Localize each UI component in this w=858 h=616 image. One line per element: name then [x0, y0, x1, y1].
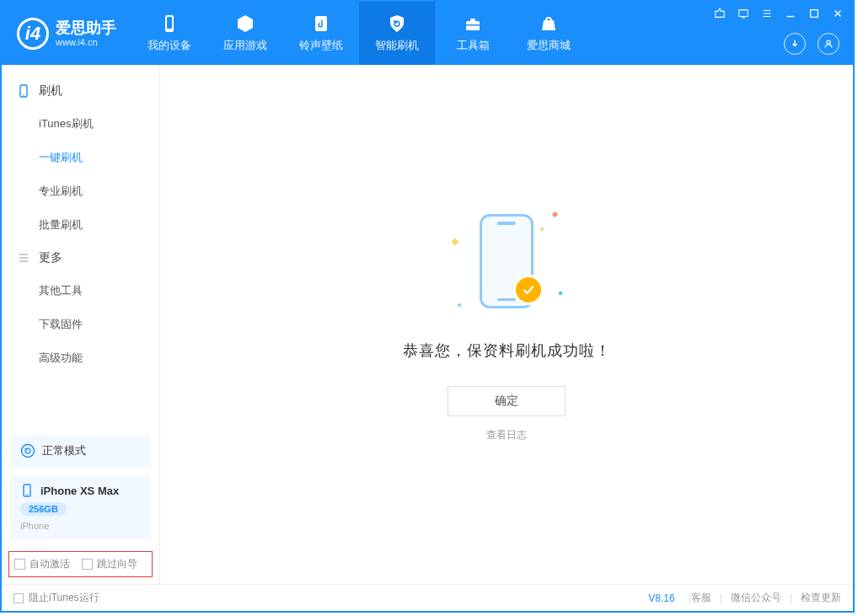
footer-links: 客服 | 微信公众号 | 检查更新: [691, 591, 841, 605]
checkbox-icon: [13, 593, 24, 603]
checkbox-label: 阻止iTunes运行: [29, 591, 99, 605]
app-name: 爱思助手: [56, 19, 116, 37]
checkbox-label: 自动激活: [29, 557, 70, 571]
mode-label: 正常模式: [42, 443, 86, 458]
tab-label: 铃声壁纸: [299, 38, 343, 53]
titlebar-buttons: [713, 7, 845, 20]
music-file-icon: [311, 13, 331, 34]
dot-icon: [458, 303, 461, 307]
svg-point-10: [23, 94, 24, 96]
svg-point-13: [26, 494, 28, 495]
group-label: 更多: [39, 250, 62, 265]
header-right-buttons: [784, 33, 839, 55]
footer-link-support[interactable]: 客服: [691, 591, 711, 605]
svg-point-8: [827, 40, 830, 44]
tab-toolbox[interactable]: 工具箱: [435, 2, 511, 65]
tab-my-device[interactable]: 我的设备: [131, 2, 207, 65]
sidebar-item-one-click-flash[interactable]: 一键刷机: [2, 141, 159, 174]
tab-store[interactable]: 爱思商城: [511, 2, 587, 65]
close-button[interactable]: [831, 7, 845, 20]
sidebar-item-download-firmware[interactable]: 下载固件: [2, 308, 159, 341]
svg-rect-1: [167, 17, 172, 29]
options-highlight-box: 自动激活 跳过向导: [8, 551, 153, 577]
download-button[interactable]: [784, 33, 806, 55]
shield-refresh-icon: [387, 13, 407, 34]
tab-label: 智能刷机: [375, 38, 419, 53]
ok-button[interactable]: 确定: [448, 386, 566, 416]
main-tabs: 我的设备 应用游戏 铃声壁纸 智能刷机 工具箱 爱思商城: [131, 2, 587, 65]
tab-smart-flash[interactable]: 智能刷机: [359, 2, 435, 65]
svg-point-11: [22, 445, 35, 458]
phone-icon: [17, 84, 30, 98]
mobile-icon: [20, 484, 34, 497]
device-icon: [159, 13, 180, 34]
sidebar-group-flash[interactable]: 刷机: [2, 75, 159, 107]
svg-rect-5: [466, 24, 480, 26]
checkbox-label: 跳过向导: [97, 557, 137, 571]
checkbox-auto-activate[interactable]: 自动激活: [14, 557, 70, 571]
dot-icon: [540, 228, 544, 231]
sidebar-scroll: 刷机 iTunes刷机 一键刷机 专业刷机 批量刷机 更多 其他工具 下载固件 …: [2, 65, 159, 426]
app-window: i4 爱思助手 www.i4.cn 我的设备 应用游戏 铃声壁纸 智能刷机: [0, 0, 855, 613]
minimize-button[interactable]: [784, 7, 797, 20]
svg-rect-7: [811, 10, 818, 18]
success-illustration: [448, 207, 566, 325]
footer-link-wechat[interactable]: 微信公众号: [731, 591, 781, 605]
account-button[interactable]: [818, 33, 839, 55]
tab-label: 我的设备: [147, 38, 191, 53]
sidebar-item-other-tools[interactable]: 其他工具: [2, 274, 159, 308]
theme-icon[interactable]: [713, 7, 727, 20]
checkbox-skip-guide[interactable]: 跳过向导: [82, 557, 137, 571]
group-label: 刷机: [39, 83, 62, 99]
header: i4 爱思助手 www.i4.cn 我的设备 应用游戏 铃声壁纸 智能刷机: [2, 2, 853, 65]
app-url: www.i4.cn: [56, 37, 116, 47]
version-label: V8.16: [648, 592, 674, 604]
menu-icon[interactable]: [760, 7, 774, 20]
tab-ringtone-wallpaper[interactable]: 铃声壁纸: [283, 2, 359, 65]
device-name: iPhone XS Max: [40, 485, 119, 497]
sidebar-item-batch-flash[interactable]: 批量刷机: [2, 208, 159, 242]
tab-label: 应用游戏: [223, 38, 267, 53]
spark-icon: [552, 211, 558, 217]
logo: i4 爱思助手 www.i4.cn: [2, 2, 131, 65]
svg-rect-4: [470, 19, 475, 21]
svg-rect-6: [739, 10, 748, 17]
bag-icon: [539, 13, 559, 34]
sidebar: 刷机 iTunes刷机 一键刷机 专业刷机 批量刷机 更多 其他工具 下载固件 …: [2, 65, 160, 584]
footer: 阻止iTunes运行 V8.16 | 客服 | 微信公众号 | 检查更新: [2, 584, 853, 611]
maximize-button[interactable]: [807, 7, 821, 20]
logo-icon: i4: [17, 18, 49, 50]
view-log-link[interactable]: 查看日志: [486, 428, 527, 442]
sidebar-item-advanced[interactable]: 高级功能: [2, 341, 159, 375]
list-icon: [17, 251, 30, 265]
body: 刷机 iTunes刷机 一键刷机 专业刷机 批量刷机 更多 其他工具 下载固件 …: [2, 65, 853, 584]
refresh-icon: [20, 443, 35, 458]
cube-icon: [235, 13, 255, 34]
mode-card[interactable]: 正常模式: [10, 435, 151, 467]
device-type: iPhone: [20, 521, 141, 531]
toolbox-icon: [463, 13, 483, 34]
tab-label: 爱思商城: [527, 38, 571, 53]
success-message: 恭喜您，保资料刷机成功啦！: [403, 340, 611, 361]
tab-label: 工具箱: [457, 38, 490, 53]
checkbox-icon: [14, 559, 25, 570]
sidebar-group-more[interactable]: 更多: [2, 242, 159, 274]
checkbox-icon: [82, 559, 93, 570]
svg-rect-2: [315, 16, 327, 31]
footer-link-check-update[interactable]: 检查更新: [801, 591, 841, 605]
check-badge-icon: [513, 275, 544, 305]
spark-icon: [452, 238, 458, 244]
feedback-icon[interactable]: [737, 7, 750, 20]
sidebar-item-pro-flash[interactable]: 专业刷机: [2, 174, 159, 208]
checkbox-block-itunes[interactable]: 阻止iTunes运行: [13, 591, 99, 605]
spark-icon: [558, 291, 563, 296]
storage-badge: 256GB: [20, 502, 67, 516]
device-card[interactable]: iPhone XS Max 256GB iPhone: [10, 475, 151, 539]
tab-apps-games[interactable]: 应用游戏: [207, 2, 283, 65]
sidebar-item-itunes-flash[interactable]: iTunes刷机: [2, 107, 159, 141]
logo-text: 爱思助手 www.i4.cn: [56, 19, 116, 47]
main-content: 恭喜您，保资料刷机成功啦！ 确定 查看日志: [160, 65, 853, 584]
